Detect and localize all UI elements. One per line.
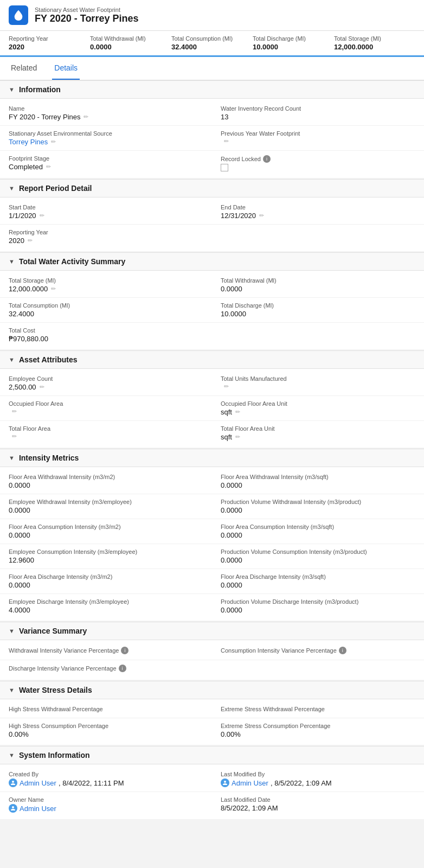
chevron-icon: ▼ [9,86,15,93]
section-intensity-metrics-header[interactable]: ▼ Intensity Metrics [0,449,424,467]
edit-icon[interactable]: ✏ [51,285,56,292]
field-empty [212,225,424,249]
stat-discharge: Total Discharge (Ml) 10.0000 [253,35,334,51]
asset-attributes-fields: Employee Count 2,500.00 ✏ Total Units Ma… [0,369,424,448]
edit-icon[interactable]: ✏ [28,237,33,244]
chevron-icon: ▼ [9,687,15,693]
chevron-icon: ▼ [9,356,15,363]
field-name-label: Name [9,105,203,112]
field-name: Name FY 2020 - Torrey Pines ✏ [0,101,212,125]
section-water-activity-title: Total Water Activity Summary [19,257,125,266]
section-report-period-header[interactable]: ▼ Report Period Detail [0,179,424,197]
chevron-icon: ▼ [9,185,15,192]
field-total-floor-unit: Total Floor Area Unit sqft ✏ [212,421,424,445]
field-row: Floor Area Withdrawal Intensity (m3/m2)0… [0,469,424,494]
chevron-icon: ▼ [9,628,15,634]
field-row: Total Floor Area ✏ Total Floor Area Unit… [0,421,424,445]
section-water-stress-header[interactable]: ▼ Water Stress Details [0,681,424,699]
section-asset-attributes-header[interactable]: ▼ Asset Attributes [0,350,424,369]
record-locked-checkbox[interactable] [221,164,228,171]
edit-icon[interactable]: ✏ [83,113,88,120]
field-row: Employee Discharge Intensity (m3/employe… [0,594,424,618]
water-activity-fields: Total Storage (Ml) 12,000.0000 ✏ Total W… [0,271,424,349]
info-icon[interactable]: i [121,647,129,654]
created-by-link[interactable]: Admin User [20,779,56,787]
edit-icon[interactable]: ✏ [40,384,44,391]
field-row: Employee Consumption Intensity (m3/emplo… [0,544,424,569]
field-intensity-metric: Employee Consumption Intensity (m3/emplo… [0,544,212,569]
field-intensity-metric: Employee Withdrawal Intensity (m3/employ… [0,494,212,519]
intensity-metrics-fields: Floor Area Withdrawal Intensity (m3/m2)0… [0,467,424,621]
field-row: Stationary Asset Environmental Source To… [0,126,424,151]
field-intensity-metric: Production Volume Consumption Intensity … [212,544,424,569]
field-intensity-metric: Employee Discharge Intensity (m3/employe… [0,594,212,618]
field-total-floor-area: Total Floor Area ✏ [0,421,212,445]
section-information-title: Information [19,85,61,94]
field-extreme-consumption: Extreme Stress Consumption Percentage 0.… [212,718,424,743]
field-reporting-year: Reporting Year 2020 ✏ [0,225,212,249]
field-row: Owner Name Admin User Last Modified Date… [0,792,424,817]
edit-icon[interactable]: ✏ [51,138,56,145]
section-asset-attributes: ▼ Asset Attributes Employee Count 2,500.… [0,350,424,448]
section-intensity-metrics: ▼ Intensity Metrics Floor Area Withdrawa… [0,449,424,621]
field-row: High Stress Withdrawal Percentage Extrem… [0,701,424,718]
section-report-period: ▼ Report Period Detail Start Date 1/1/20… [0,179,424,251]
edit-icon[interactable]: ✏ [224,383,229,390]
system-info-fields: Created By Admin User, 8/4/2022, 11:11 P… [0,764,424,819]
content: ▼ Information Name FY 2020 - Torrey Pine… [0,80,424,819]
header-text: Stationary Asset Water Footprint FY 2020… [35,7,138,24]
edit-icon[interactable]: ✏ [40,212,44,219]
field-total-units: Total Units Manufactured ✏ [212,371,424,395]
edit-icon[interactable]: ✏ [12,408,17,415]
owner-link[interactable]: Admin User [20,805,56,813]
chevron-icon: ▼ [9,752,15,758]
section-information-header[interactable]: ▼ Information [0,80,424,99]
field-intensity-metric: Floor Area Consumption Intensity (m3/m2)… [0,519,212,544]
field-inventory-count: Water Inventory Record Count 13 [212,101,424,125]
avatar-icon [9,804,17,813]
section-system-info-header[interactable]: ▼ System Information [0,746,424,764]
field-footprint-stage: Footprint Stage Completed ✏ [0,151,212,176]
tab-related[interactable]: Related [9,57,39,80]
section-variance-summary-header[interactable]: ▼ Variance Summary [0,622,424,640]
field-intensity-metric: Floor Area Discharge Intensity (m3/m2)0.… [0,569,212,593]
field-withdrawal-variance: Withdrawal Intensity Variance Percentage… [0,642,212,660]
field-total-storage: Total Storage (Ml) 12,000.0000 ✏ [0,273,212,297]
section-variance-summary: ▼ Variance Summary Withdrawal Intensity … [0,622,424,680]
field-row: Discharge Intensity Variance Percentage … [0,660,424,678]
field-extreme-withdrawal: Extreme Stress Withdrawal Percentage [212,701,424,718]
field-footprint-stage-value: Completed ✏ [9,163,203,171]
field-row: Total Cost ₱970,880.00 [0,323,424,347]
field-last-modified-date: Last Modified Date 8/5/2022, 1:09 AM [212,792,424,817]
stats-bar: Reporting Year 2020 Total Withdrawal (Ml… [0,31,424,57]
info-icon[interactable]: i [339,647,346,654]
field-row: Occupied Floor Area ✏ Occupied Floor Are… [0,396,424,421]
edit-icon[interactable]: ✏ [224,138,229,145]
info-icon[interactable]: i [263,155,271,163]
edit-icon[interactable]: ✏ [259,212,264,219]
section-water-stress-title: Water Stress Details [19,686,92,694]
field-name-value: FY 2020 - Torrey Pines ✏ [9,113,203,121]
field-inventory-count-value: 13 [221,113,415,121]
field-occupied-floor-area: Occupied Floor Area ✏ [0,396,212,420]
edit-icon[interactable]: ✏ [12,433,17,440]
field-high-withdrawal: High Stress Withdrawal Percentage [0,701,212,718]
field-total-withdrawal: Total Withdrawal (Ml) 0.0000 [212,273,424,297]
edit-icon[interactable]: ✏ [46,163,51,170]
field-empty [212,660,424,678]
field-last-modified-by: Last Modified By Admin User, 8/5/2022, 1… [212,767,424,792]
tab-details[interactable]: Details [52,57,80,80]
edit-icon[interactable]: ✏ [235,433,240,441]
section-water-activity-header[interactable]: ▼ Total Water Activity Summary [0,252,424,271]
header-title: FY 2020 - Torrey Pines [35,13,138,24]
last-modified-by-link[interactable]: Admin User [232,779,268,787]
section-system-info-title: System Information [19,751,90,760]
field-row: Footprint Stage Completed ✏ Record Locke… [0,151,424,176]
edit-icon[interactable]: ✏ [235,409,240,416]
field-env-source-value[interactable]: Torrey Pines ✏ [9,138,203,146]
field-row: Total Storage (Ml) 12,000.0000 ✏ Total W… [0,273,424,298]
field-row: Start Date 1/1/2020 ✏ End Date 12/31/202… [0,200,424,225]
info-icon[interactable]: i [119,665,126,672]
section-information: ▼ Information Name FY 2020 - Torrey Pine… [0,80,424,178]
section-water-activity: ▼ Total Water Activity Summary Total Sto… [0,252,424,349]
